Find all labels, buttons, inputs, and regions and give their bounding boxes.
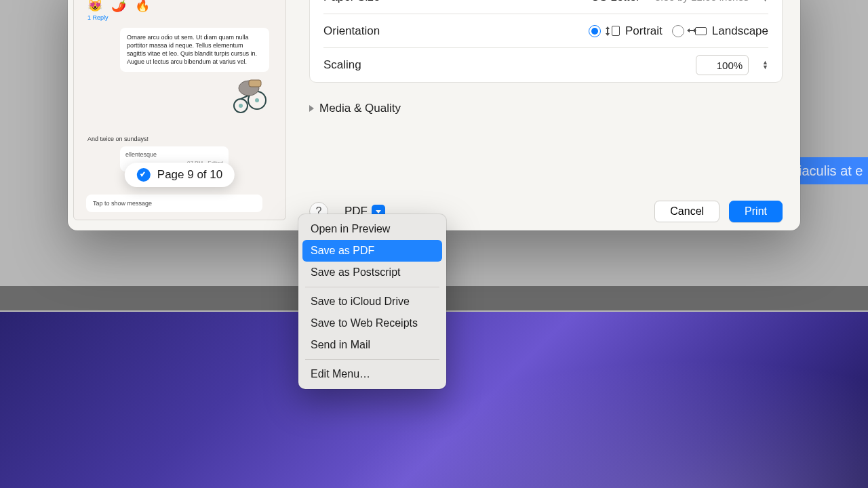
scaling-stepper-icon[interactable]: ▲▼ <box>762 60 768 70</box>
row-orientation: Orientation Portrait Lands <box>323 14 768 48</box>
radio-portrait[interactable] <box>589 25 601 37</box>
menu-save-to-icloud[interactable]: Save to iCloud Drive <box>302 291 442 312</box>
menu-send-in-mail[interactable]: Send in Mail <box>302 334 442 356</box>
updown-icon[interactable]: ▲▼ <box>762 0 768 2</box>
preview-page: 😻 🌶️ 🔥 1 Reply Ornare arcu odio ut sem. … <box>73 0 286 220</box>
svg-rect-4 <box>249 80 261 87</box>
reply-count-link: 1 Reply <box>87 14 273 21</box>
orientation-label: Orientation <box>323 24 380 38</box>
landscape-icon <box>690 26 707 36</box>
pdf-dropdown-menu: Open in Preview Save as PDF Save as Post… <box>298 214 446 389</box>
media-quality-label: Media & Quality <box>319 102 401 115</box>
cancel-button[interactable]: Cancel <box>654 201 719 222</box>
settings-card: Print in Color Paper Size US Letter 8.50… <box>309 0 783 83</box>
chat-text-line: And twice on sundays! <box>87 136 273 142</box>
print-button[interactable]: Print <box>729 201 783 222</box>
paper-size-label: Paper Size <box>323 0 380 4</box>
emoji-reactions: 😻 🌶️ 🔥 <box>87 0 273 13</box>
menu-separator <box>305 287 439 287</box>
tap-to-show-message: Tap to show message <box>86 195 262 212</box>
row-scaling: Scaling ▲▼ <box>323 48 768 82</box>
print-dialog: 😻 🌶️ 🔥 1 Reply Ornare arcu odio ut sem. … <box>68 0 800 230</box>
row-media-quality[interactable]: Media & Quality <box>309 92 783 125</box>
page-indicator-text: Page 9 of 10 <box>157 168 222 182</box>
chevron-right-icon <box>309 105 314 112</box>
svg-point-6 <box>239 104 243 108</box>
page-indicator-pill[interactable]: Page 9 of 10 <box>125 163 235 187</box>
background-selection-fragment: iaculis at e <box>793 157 868 184</box>
menu-separator <box>305 359 439 360</box>
print-preview-pane: 😻 🌶️ 🔥 1 Reply Ornare arcu odio ut sem. … <box>68 0 292 230</box>
menu-save-as-postscript[interactable]: Save as Postscript <box>302 262 442 283</box>
menu-save-as-pdf[interactable]: Save as PDF <box>302 240 442 262</box>
portrait-icon <box>606 26 620 36</box>
orientation-landscape-option[interactable]: Landscape <box>672 24 768 38</box>
paper-size-value: US Letter <box>591 0 640 4</box>
row-paper-size[interactable]: Paper Size US Letter 8.50 by 11.00 inche… <box>323 0 768 14</box>
portrait-label: Portrait <box>625 24 663 38</box>
paper-size-detail: 8.50 by 11.00 inches <box>655 0 749 3</box>
scaling-input[interactable] <box>696 55 749 75</box>
menu-open-in-preview[interactable]: Open in Preview <box>302 218 442 240</box>
scaling-label: Scaling <box>323 58 361 72</box>
landscape-label: Landscape <box>712 24 768 38</box>
orientation-portrait-option[interactable]: Portrait <box>589 24 663 38</box>
chat-sticker <box>226 76 273 117</box>
chat-bubble: Ornare arcu odio ut sem. Ut diam quam nu… <box>120 28 269 72</box>
radio-landscape[interactable] <box>672 25 684 37</box>
menu-edit-menu[interactable]: Edit Menu… <box>302 363 442 385</box>
partial-text: ellentesque <box>125 151 157 158</box>
menu-save-to-web-receipts[interactable]: Save to Web Receipts <box>302 312 442 334</box>
check-icon <box>137 168 151 182</box>
print-settings-pane: Print in Color Paper Size US Letter 8.50… <box>292 0 800 230</box>
svg-point-5 <box>255 98 259 102</box>
